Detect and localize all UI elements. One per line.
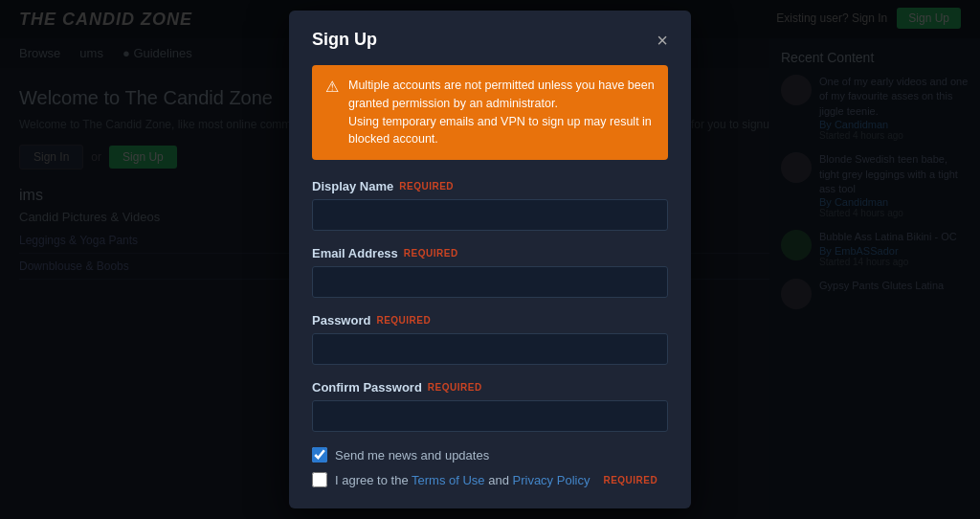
modal-close-button[interactable]: ×	[657, 31, 668, 50]
signup-modal: Sign Up × ⚠ Multiple accounts are not pe…	[289, 11, 691, 508]
password-required: REQUIRED	[376, 315, 431, 326]
email-label-row: Email Address REQUIRED	[312, 246, 668, 260]
email-label: Email Address	[312, 246, 398, 260]
password-input[interactable]	[312, 333, 668, 365]
email-input[interactable]	[312, 266, 668, 298]
display-name-input[interactable]	[312, 199, 668, 231]
display-name-label-row: Display Name REQUIRED	[312, 179, 668, 193]
confirm-password-label: Confirm Password	[312, 380, 422, 395]
warning-text: Multiple accounts are not permitted unle…	[348, 77, 655, 148]
display-name-required: REQUIRED	[399, 181, 454, 192]
terms-required: REQUIRED	[603, 475, 657, 485]
confirm-password-label-row: Confirm Password REQUIRED	[312, 380, 668, 395]
confirm-password-group: Confirm Password REQUIRED	[312, 380, 668, 432]
newsletter-checkbox[interactable]	[312, 447, 327, 463]
password-label: Password	[312, 313, 370, 327]
warning-box: ⚠ Multiple accounts are not permitted un…	[312, 65, 668, 160]
newsletter-row: Send me news and updates	[312, 447, 668, 463]
password-label-row: Password REQUIRED	[312, 313, 668, 327]
modal-overlay: Sign Up × ⚠ Multiple accounts are not pe…	[0, 0, 980, 519]
password-group: Password REQUIRED	[312, 313, 668, 365]
warning-icon: ⚠	[325, 78, 339, 96]
privacy-policy-link[interactable]: Privacy Policy	[513, 473, 590, 487]
email-group: Email Address REQUIRED	[312, 246, 668, 298]
confirm-password-required: REQUIRED	[428, 382, 482, 393]
terms-row: I agree to the Terms of Use and Privacy …	[312, 472, 668, 487]
newsletter-label: Send me news and updates	[335, 448, 489, 463]
terms-of-use-link[interactable]: Terms of Use	[412, 473, 485, 487]
email-required: REQUIRED	[404, 248, 458, 259]
display-name-group: Display Name REQUIRED	[312, 179, 668, 231]
terms-checkbox[interactable]	[312, 472, 327, 487]
modal-header: Sign Up ×	[312, 30, 668, 50]
terms-label: I agree to the Terms of Use and Privacy …	[335, 473, 590, 487]
confirm-password-input[interactable]	[312, 400, 668, 432]
modal-title: Sign Up	[312, 30, 377, 50]
display-name-label: Display Name	[312, 179, 393, 193]
